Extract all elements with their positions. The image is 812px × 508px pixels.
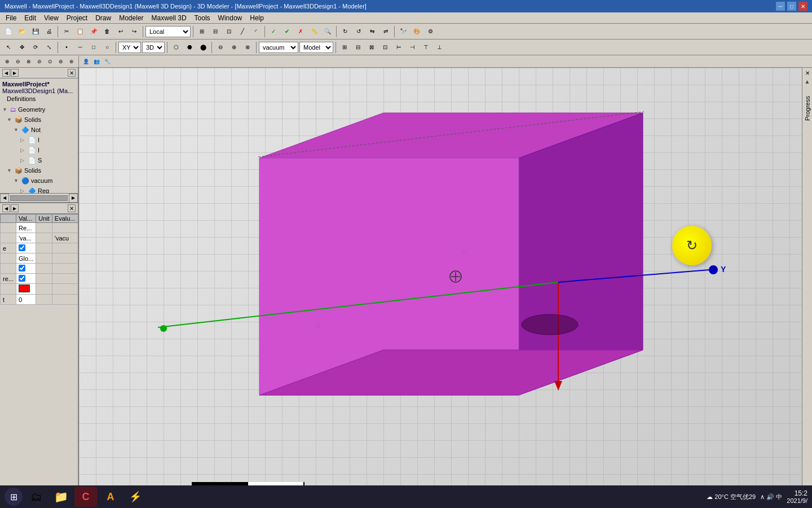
tree-item-i1[interactable]: ▷ 📄 I [0,135,78,145]
tb-open[interactable]: 📂 [16,25,28,38]
tb-grid[interactable]: ⊟ [209,25,222,38]
tb-extra2[interactable]: ⊖ [13,56,23,67]
tb-draw-circle[interactable]: ○ [101,41,113,54]
scroll-left-arrow[interactable]: ◀ [0,194,9,203]
tb-new[interactable]: 📄 [2,25,15,38]
tree-item-solids2[interactable]: ▼ 📦 Solids [0,165,78,176]
tb-snap[interactable]: ⊞ [196,25,208,38]
tb-paste[interactable]: 📌 [87,25,100,38]
menu-file[interactable]: File [2,13,20,23]
tb-rotate[interactable]: ↻ [339,25,351,38]
scroll-left-btn[interactable]: ◀ [2,69,10,77]
tb-move[interactable]: ✥ [16,41,28,54]
tb-zoom[interactable]: 🔍 [321,25,334,38]
tb-intersect[interactable]: ⊗ [241,41,254,54]
tb-undo[interactable]: ↩ [114,25,127,38]
menu-window[interactable]: Window [215,13,246,23]
properties-panel-close[interactable]: ✕ [68,204,76,212]
tb-delete[interactable]: 🗑 [101,25,113,38]
tb-arrange[interactable]: ⊞ [338,41,351,54]
tb-settings[interactable]: ⚙ [424,25,436,38]
tb-more1[interactable]: ⊠ [365,41,378,54]
menu-maxwell3d[interactable]: Maxwell 3D [148,13,190,23]
coordinate-system-select[interactable]: Local Global [145,26,191,37]
project-panel-close[interactable]: ✕ [68,69,76,77]
minimize-button[interactable]: ─ [776,2,785,11]
scroll-right-arrow[interactable]: ▶ [69,194,78,203]
tb-redo[interactable]: ↪ [128,25,140,38]
tree-item-s[interactable]: ▷ 📄 S [0,155,78,165]
menu-modeler[interactable]: Modeler [116,13,147,23]
tb-check[interactable]: ✓ [267,25,280,38]
tb-points[interactable]: ⊡ [223,25,235,38]
tb-more6[interactable]: ⊥ [433,41,445,54]
tree-item-geometry[interactable]: ▼ 🗂 Geometry [0,104,78,115]
tb-mirror[interactable]: ⇌ [379,25,392,38]
taskbar-explorer[interactable]: 📁 [50,487,72,507]
tb-user1[interactable]: 👤 [81,56,91,67]
menu-draw[interactable]: Draw [92,13,114,23]
tree-item-vacuum[interactable]: ▼ 🔵 vacuum [0,176,78,186]
tb-line[interactable]: ╱ [236,25,249,38]
tb-union[interactable]: ⊕ [228,41,240,54]
menu-tools[interactable]: Tools [191,13,214,23]
tb-print[interactable]: 🖨 [43,25,55,38]
tb-more2[interactable]: ⊡ [379,41,391,54]
scroll-right-btn2[interactable]: ▶ [11,204,19,212]
tb-user2[interactable]: 👥 [91,56,102,67]
plane-select[interactable]: XY YZ XZ [118,42,141,53]
prop-checkbox-2[interactable] [19,265,25,271]
scroll-left-btn2[interactable]: ◀ [2,204,10,212]
tb-x[interactable]: ✗ [294,25,307,38]
tb-draw-rect[interactable]: □ [87,41,100,54]
tb-draw-line[interactable]: ─ [74,41,86,54]
menu-view[interactable]: View [41,13,62,23]
tb-cut[interactable]: ✂ [60,25,73,38]
tb-scale-obj[interactable]: ⤡ [43,41,55,54]
maximize-button[interactable]: □ [787,2,796,11]
tb-select[interactable]: ↖ [2,41,15,54]
tb-check2[interactable]: ✔ [281,25,293,38]
menu-project[interactable]: Project [63,13,91,23]
tb-copy[interactable]: 📋 [74,25,86,38]
prop-checkbox-1[interactable] [19,244,25,251]
menu-edit[interactable]: Edit [21,13,39,23]
tb-user3[interactable]: 🔧 [102,56,112,67]
tb-draw-point[interactable]: • [60,41,73,54]
color-swatch[interactable] [19,284,30,292]
tb-view-tools[interactable]: 🔭 [397,25,409,38]
tb-rotate-obj[interactable]: ⟳ [29,41,42,54]
right-sidebar-close[interactable]: ✕ [805,70,810,76]
tb-extra5[interactable]: ⊙ [45,56,55,67]
tb-extra3[interactable]: ⊗ [24,56,34,67]
prop-checkbox-3[interactable] [19,275,25,282]
tree-item-not[interactable]: ▼ 🔷 Not [0,125,78,135]
tb-more4[interactable]: ⊣ [406,41,418,54]
tb-extra6[interactable]: ⊚ [56,56,66,67]
tb-arc[interactable]: ◜ [250,25,262,38]
tb-fit[interactable]: ⊟ [352,41,364,54]
tb-more5[interactable]: ⊤ [420,41,432,54]
tree-item-reg[interactable]: ▷ 🔷 Reg [0,186,78,193]
viewport-3d[interactable]: Y □ □ ↻ 0 200 [79,68,802,505]
tb-subtract[interactable]: ⊖ [214,41,227,54]
scroll-thumb[interactable] [10,195,68,201]
scroll-right-btn[interactable]: ▶ [11,69,19,77]
tb-extra7[interactable]: ⊛ [67,56,77,67]
tb-more3[interactable]: ⊢ [392,41,405,54]
model-select[interactable]: Model [299,42,333,53]
close-button[interactable]: ✕ [798,2,807,11]
start-button[interactable]: ⊞ [5,488,23,506]
taskbar-app3[interactable]: ⚡ [124,487,147,507]
taskbar-app1[interactable]: C [74,487,97,507]
menu-help[interactable]: Help [246,13,267,23]
tb-flip[interactable]: ⇆ [366,25,378,38]
tree-item-solids1[interactable]: ▼ 📦 Solids [0,115,78,125]
taskbar-filemanager[interactable]: 🗂 [25,487,47,507]
tb-extra4[interactable]: ⊘ [34,56,45,67]
tb-face[interactable]: ⬡ [170,41,182,54]
tb-extra1[interactable]: ⊕ [2,56,12,67]
tb-measure[interactable]: 📏 [308,25,320,38]
tb-material[interactable]: 🎨 [411,25,423,38]
right-sidebar-up[interactable]: ▲ [805,78,810,85]
